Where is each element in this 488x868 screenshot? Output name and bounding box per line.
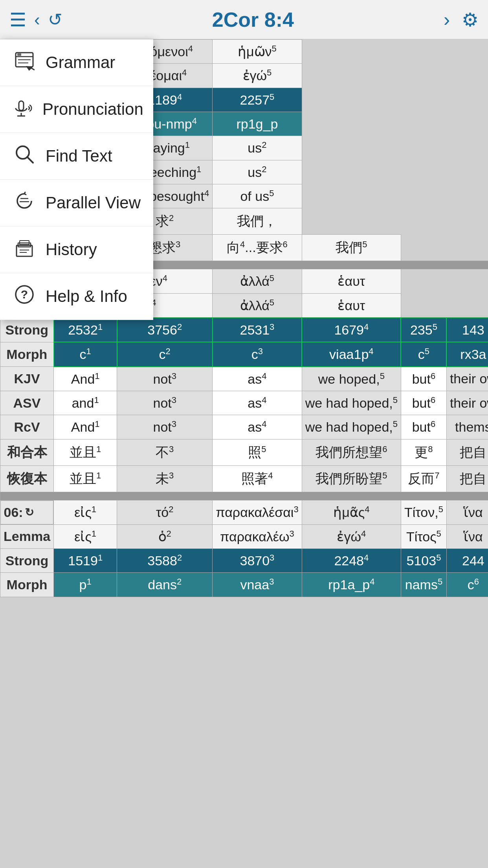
cell-kjv05-label: KJV — [0, 367, 54, 391]
cell-hezu05-2[interactable]: 不3 — [117, 439, 213, 465]
settings-button[interactable]: ⚙ — [462, 9, 479, 31]
cell-lemma06-3[interactable]: παρακαλέω3 — [213, 524, 302, 548]
cell-asv05-3[interactable]: as4 — [213, 391, 302, 415]
menu-icon[interactable]: ☰ — [9, 9, 26, 31]
cell-06-word6[interactable]: ἵνα — [446, 500, 488, 524]
cell-06-word5[interactable]: Τίτον,5 — [401, 500, 446, 524]
cell-morph05-6[interactable]: rx3a — [446, 342, 488, 366]
cell-rcv05-4[interactable]: we had hoped,5 — [302, 415, 401, 439]
menu-item-help-info[interactable]: ? Help & Info — [0, 273, 153, 320]
cell-strong06-4[interactable]: 22484 — [302, 548, 401, 572]
cell-hezu05-3[interactable]: 照5 — [213, 439, 302, 465]
cell-lemma06-2[interactable]: ὁ2 — [117, 524, 213, 548]
cell-le-word3[interactable]: ἐγώ5 — [213, 64, 302, 88]
cell-asv05-5[interactable]: but6 — [401, 391, 446, 415]
cell-morph05-4[interactable]: viaa1p4 — [302, 342, 401, 366]
cell-asv1-word3[interactable]: us2 — [213, 160, 302, 184]
cell-strong06-6[interactable]: 244 — [446, 548, 488, 572]
cell-asv05-2[interactable]: not3 — [117, 391, 213, 415]
table-row: Strong 15191 35882 38703 22484 51035 244 — [0, 548, 488, 572]
cell-asv05-1[interactable]: and1 — [54, 391, 117, 415]
menu-item-pronunciation[interactable]: Pronunciation — [0, 86, 153, 133]
cell-lemma06-1[interactable]: εἰς1 — [54, 524, 117, 548]
next-chapter-button[interactable]: › — [444, 9, 450, 30]
table-row: KJV And1 not3 as4 we hoped,5 but6 their … — [0, 367, 488, 391]
table-row: 06: ↻ εἰς1 τό2 παρακαλέσαι3 ἡμᾶς4 Τίτον,… — [0, 500, 488, 524]
cell-asv05-6[interactable]: their ow — [446, 391, 488, 415]
cell-zh2-word4[interactable]: 我們5 — [302, 235, 401, 261]
cell-06-word3[interactable]: παρακαλέσαι3 — [213, 500, 302, 524]
cell-morph05-1[interactable]: c1 — [54, 342, 117, 366]
cell-le05-word2[interactable]: ἀλλά5 — [213, 293, 302, 318]
cell-hezu05-5[interactable]: 更8 — [401, 439, 446, 465]
cell-kjv05-1[interactable]: And1 — [54, 367, 117, 391]
cell-04-word3[interactable]: ἡμῶν5 — [213, 40, 302, 64]
cell-lemma06-5[interactable]: Τίτος5 — [401, 524, 446, 548]
cell-rcv05-2[interactable]: not3 — [117, 415, 213, 439]
cell-06-word2[interactable]: τό2 — [117, 500, 213, 524]
refresh-icon[interactable]: ↻ — [25, 506, 34, 519]
cell-hfben05-6[interactable]: 把自 — [446, 465, 488, 492]
cell-hfben05-4[interactable]: 我們所盼望5 — [302, 465, 401, 492]
cell-hfben05-3[interactable]: 照著4 — [213, 465, 302, 492]
cell-rcv05-3[interactable]: as4 — [213, 415, 302, 439]
cell-morph05-5[interactable]: c5 — [401, 342, 446, 366]
menu-item-history[interactable]: History — [0, 226, 153, 273]
cell-kjv05-6[interactable]: their ow — [446, 367, 488, 391]
cell-06-word1[interactable]: εἰς1 — [54, 500, 117, 524]
cell-strong05-num5[interactable]: 2355 — [401, 318, 446, 342]
svg-rect-2 — [17, 53, 21, 56]
undo-button[interactable]: ↺ — [48, 9, 62, 29]
cell-hfben05-5[interactable]: 反而7 — [401, 465, 446, 492]
cell-kjv1-word3[interactable]: us2 — [213, 136, 302, 160]
cell-zh2-word3[interactable]: 向4...要求6 — [213, 235, 302, 261]
cell-morph06-1[interactable]: p1 — [54, 573, 117, 597]
cell-05-word2[interactable]: ἀλλά5 — [213, 269, 302, 293]
cell-lemma06-6[interactable]: ἵνα — [446, 524, 488, 548]
cell-hezu05-6[interactable]: 把自 — [446, 439, 488, 465]
cell-strong05-num1[interactable]: 25321 — [54, 318, 117, 342]
cell-strong05-num4[interactable]: 16794 — [302, 318, 401, 342]
cell-kjv05-3[interactable]: as4 — [213, 367, 302, 391]
cell-morph05-3[interactable]: c3 — [213, 342, 302, 366]
cell-morph06-3[interactable]: vnaa3 — [213, 573, 302, 597]
cell-strong06-2[interactable]: 35882 — [117, 548, 213, 572]
cell-le05-word3[interactable]: ἑαυτ — [302, 293, 401, 318]
cell-hezu05-4[interactable]: 我們所想望6 — [302, 439, 401, 465]
cell-rcv05-1[interactable]: And1 — [54, 415, 117, 439]
cell-hfben05-2[interactable]: 未3 — [117, 465, 213, 492]
menu-item-parallel-view[interactable]: Parallel View — [0, 180, 153, 226]
cell-morph06-2[interactable]: dans2 — [117, 573, 213, 597]
cell-strong05-num6[interactable]: 143 — [446, 318, 488, 342]
cell-strong06-1[interactable]: 15191 — [54, 548, 117, 572]
cell-morph06-4[interactable]: rp1a_p4 — [302, 573, 401, 597]
cell-strong06-5[interactable]: 51035 — [401, 548, 446, 572]
cell-morph05-2[interactable]: c2 — [117, 342, 213, 366]
cell-kjv05-2[interactable]: not3 — [117, 367, 213, 391]
cell-m-morph3[interactable]: rp1g_p — [213, 112, 302, 136]
cell-kjv05-4[interactable]: we hoped,5 — [302, 367, 401, 391]
svg-rect-7 — [19, 101, 24, 110]
cell-zh1-word3[interactable]: 我們， — [213, 208, 302, 235]
cell-rcv1-word3[interactable]: of us5 — [213, 184, 302, 208]
cell-06-word4[interactable]: ἡμᾶς4 — [302, 500, 401, 524]
menu-item-grammar[interactable]: Grammar — [0, 39, 153, 86]
cell-strong05-num2[interactable]: 37562 — [117, 318, 213, 342]
cell-morph06-5[interactable]: nams5 — [401, 573, 446, 597]
cell-rcv05-6[interactable]: thems — [446, 415, 488, 439]
cell-asv05-4[interactable]: we had hoped,5 — [302, 391, 401, 415]
cell-morph06-6[interactable]: c6 — [446, 573, 488, 597]
cell-05-word3[interactable]: ἑαυτ — [302, 269, 401, 293]
cell-kjv05-5[interactable]: but6 — [401, 367, 446, 391]
cell-rcv05-5[interactable]: but6 — [401, 415, 446, 439]
cell-st-num3[interactable]: 22575 — [213, 88, 302, 112]
cell-hezu05-1[interactable]: 並且1 — [54, 439, 117, 465]
menu-item-find-text[interactable]: Find Text — [0, 133, 153, 180]
parallel-view-icon — [13, 191, 36, 215]
cell-hfben05-1[interactable]: 並且1 — [54, 465, 117, 492]
cell-strong05-num3[interactable]: 25313 — [213, 318, 302, 342]
parallel-view-label: Parallel View — [46, 193, 141, 212]
cell-lemma06-4[interactable]: ἐγώ4 — [302, 524, 401, 548]
back-button[interactable]: ‹ — [34, 10, 40, 29]
cell-strong06-3[interactable]: 38703 — [213, 548, 302, 572]
